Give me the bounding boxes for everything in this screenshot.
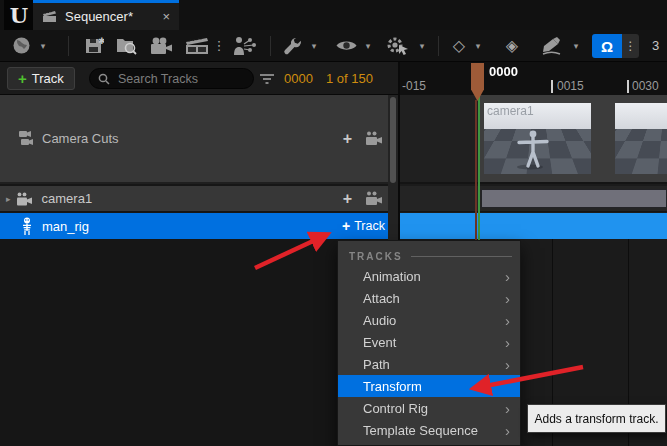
sequencer-window: U Sequencer* × ▾ ✱ — [0, 0, 667, 446]
toolbar-separator — [68, 36, 69, 56]
filter-icon[interactable] — [259, 74, 275, 84]
toolbar-separator — [438, 36, 439, 56]
snapping-magnet-button[interactable]: Ω — [592, 34, 622, 58]
add-camera-icon[interactable] — [364, 191, 385, 206]
thumbnail-camera-label: camera1 — [487, 104, 534, 118]
submenu-chevron-icon: › — [505, 335, 510, 350]
world-button[interactable] — [8, 30, 34, 61]
tab-close-icon[interactable]: × — [162, 10, 170, 23]
auto-key-diamond-icon[interactable]: ◈ — [500, 30, 524, 61]
skeleton-icon — [20, 217, 34, 236]
view-options-chevron-icon[interactable]: ▾ — [362, 30, 374, 61]
row-add-track-button[interactable]: + Track — [342, 219, 385, 233]
sequencer-sub-bar: + Track 0000 1 of 150 — [0, 62, 399, 95]
playhead-stem — [475, 100, 477, 240]
submenu-chevron-icon: › — [505, 423, 510, 438]
submenu-chevron-icon: › — [505, 291, 510, 306]
panel-scrollbar-thumb[interactable] — [390, 97, 396, 183]
camera-actor-icon — [15, 192, 34, 206]
submenu-chevron-icon: › — [505, 401, 510, 416]
track-row-man-rig-selected[interactable]: man_rig + Track — [0, 213, 399, 239]
menu-section-header: TRACKS — [338, 241, 520, 265]
render-movie-button[interactable] — [146, 30, 176, 61]
sequence-clapper-button[interactable] — [182, 30, 212, 61]
camera-cut-thumbnail[interactable] — [615, 103, 667, 174]
row-add-track-label: Track — [354, 219, 385, 233]
search-tracks-input[interactable] — [116, 71, 240, 87]
playback-settings-chevron-icon[interactable]: ▾ — [416, 30, 428, 61]
tools-dropdown-chevron-icon[interactable]: ▾ — [308, 30, 320, 61]
menu-item-animation[interactable]: Animation › — [338, 265, 520, 287]
menu-item-template-sequence[interactable]: Template Sequence › — [338, 419, 520, 441]
edit-curves-pencil-button[interactable] — [538, 30, 564, 61]
main-toolbar: ▾ ✱ ⋮ — [0, 30, 667, 62]
ruler-tick — [551, 80, 553, 93]
menu-item-attach[interactable]: Attach › — [338, 287, 520, 309]
timeline-man-rig-row-selected[interactable] — [400, 213, 667, 239]
add-camera-icon[interactable] — [364, 131, 385, 146]
add-section-plus-icon[interactable]: + — [343, 131, 352, 147]
menu-section-title: TRACKS — [349, 251, 403, 262]
camera-cut-thumbnail[interactable]: camera1 — [484, 103, 591, 174]
menu-item-event[interactable]: Event › — [338, 331, 520, 353]
search-icon — [98, 73, 110, 85]
world-dropdown-chevron-icon[interactable]: ▾ — [36, 30, 50, 61]
tab-bar: U Sequencer* × — [0, 0, 667, 30]
camera-cuts-section[interactable]: camera1 — [478, 95, 667, 182]
ruler-label-0015: 0015 — [557, 79, 584, 93]
tab-sequencer[interactable]: Sequencer* × — [33, 0, 179, 30]
plus-icon: + — [342, 219, 350, 233]
track-label: man_rig — [42, 219, 89, 234]
playback-settings-button[interactable] — [382, 30, 412, 61]
view-options-eye-button[interactable] — [332, 30, 360, 61]
add-track-context-menu: TRACKS Animation › Attach › Audio › Even… — [337, 240, 521, 446]
current-frame-value[interactable]: 0000 — [284, 71, 313, 86]
track-label: Camera Cuts — [42, 131, 119, 146]
clapperboard-icon — [42, 10, 57, 23]
expand-chevron-icon[interactable]: ▸ — [6, 194, 11, 204]
add-track-button[interactable]: + Track — [7, 67, 75, 90]
keyframe-options-chevron-icon[interactable]: ▾ — [472, 30, 484, 61]
add-track-label: Track — [32, 71, 64, 86]
svg-text:✱: ✱ — [98, 37, 104, 46]
frame-rate-partial: 3 — [652, 38, 659, 53]
unreal-logo-icon[interactable]: U — [4, 0, 34, 30]
tab-title: Sequencer* — [65, 9, 133, 24]
checker-floor — [615, 129, 667, 174]
menu-item-control-rig[interactable]: Control Rig › — [338, 397, 520, 419]
menu-item-audio[interactable]: Audio › — [338, 309, 520, 331]
tooltip-text: Adds a transform track. — [534, 412, 658, 426]
menu-item-path[interactable]: Path › — [338, 353, 520, 375]
mannequin-figure — [510, 125, 556, 171]
edit-curves-chevron-icon[interactable]: ▾ — [570, 30, 582, 61]
submenu-chevron-icon: › — [505, 269, 510, 284]
browse-sequence-button[interactable] — [112, 30, 142, 61]
actor-sequence-button[interactable] — [228, 30, 260, 61]
track-filter-count: 1 of 150 — [326, 71, 373, 86]
camera1-section-bar[interactable] — [481, 189, 667, 208]
track-label: camera1 — [42, 191, 93, 206]
menu-item-transform-highlighted[interactable]: Transform — [338, 375, 520, 397]
add-section-plus-icon[interactable]: + — [343, 191, 352, 207]
ruler-tick — [627, 80, 629, 93]
submenu-chevron-icon: › — [505, 313, 510, 328]
toolbar-separator — [270, 36, 271, 56]
search-tracks-box[interactable] — [89, 68, 254, 89]
ruler-label-0030: 0030 — [632, 79, 659, 93]
keyframe-options-diamond-icon[interactable]: ◇ — [448, 30, 470, 61]
transform-tooltip: Adds a transform track. — [527, 404, 666, 433]
timeline-ruler[interactable]: -015 0015 0030 — [400, 62, 667, 95]
track-row-camera1[interactable]: ▸ camera1 + — [0, 186, 399, 212]
menu-header-rule — [411, 256, 512, 257]
tools-wrench-button[interactable] — [280, 30, 306, 61]
clapper-more-dots-icon[interactable]: ⋮ — [214, 30, 224, 61]
ruler-label-neg015: -015 — [402, 79, 426, 93]
camera-cuts-icon — [16, 130, 34, 147]
track-row-camera-cuts[interactable]: Camera Cuts + — [0, 95, 399, 184]
playhead-frame-label: 0000 — [489, 64, 518, 79]
timeline-camera1-row — [400, 186, 667, 212]
snapping-options-dots-icon[interactable]: ⋮ — [622, 34, 639, 58]
submenu-chevron-icon: › — [505, 357, 510, 372]
save-button[interactable]: ✱ — [80, 30, 108, 61]
plus-icon: + — [18, 71, 27, 86]
